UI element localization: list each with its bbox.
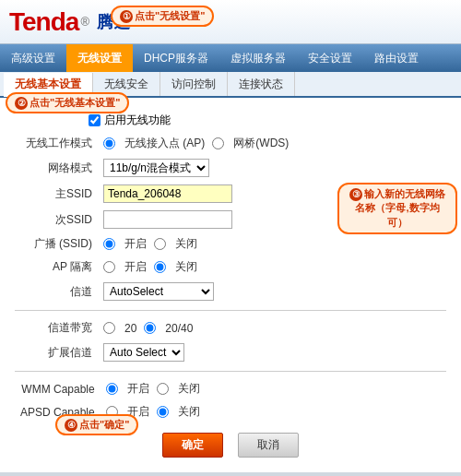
ap-isolation-on-label: 开启 <box>124 259 147 275</box>
channel-bw-20-label: 20 <box>124 322 136 335</box>
channel-bw-20-radio[interactable] <box>103 322 115 334</box>
broadcast-row: 广播 (SSID) 开启 关闭 <box>15 232 446 256</box>
ap-isolation-radio-group: 开启 关闭 <box>103 259 441 275</box>
channel-value: AutoSelect <box>98 279 446 304</box>
network-mode-row: 网络模式 11b/g/n混合模式 <box>15 155 446 181</box>
sub-nav-status[interactable]: 连接状态 <box>228 72 295 96</box>
network-mode-label: 网络模式 <box>15 155 98 181</box>
broadcast-label: 广播 (SSID) <box>15 232 98 256</box>
broadcast-on-radio[interactable] <box>103 238 115 250</box>
confirm-button[interactable]: 确定 <box>162 433 223 458</box>
ap-isolation-row: AP 隔离 开启 关闭 <box>15 256 446 279</box>
separator1 <box>15 310 446 311</box>
separator2 <box>15 371 446 372</box>
broadcast-off-label: 关闭 <box>175 236 197 252</box>
sub-ssid-label: 次SSID <box>15 207 98 232</box>
broadcast-off-radio[interactable] <box>154 238 166 250</box>
ext-channel-row: 扩展信道 Auto Select <box>15 339 446 365</box>
ssid-label: 主SSID <box>15 181 98 207</box>
work-mode-ap-label: 无线接入点 (AP) <box>124 136 205 151</box>
top-nav-virtual[interactable]: 虚拟服务器 <box>219 44 297 72</box>
ap-isolation-on-radio[interactable] <box>103 261 115 273</box>
top-nav-dhcp[interactable]: DHCP服务器 <box>133 44 219 72</box>
network-mode-value: 11b/g/n混合模式 <box>98 155 446 181</box>
ext-channel-select[interactable]: Auto Select <box>103 343 184 362</box>
ap-isolation-off-radio[interactable] <box>154 261 166 273</box>
channel-bw-2040-radio[interactable] <box>144 322 156 334</box>
channel-bw-label: 信道带宽 <box>15 316 98 339</box>
broadcast-on-label: 开启 <box>124 236 147 252</box>
wmm-radio-group: 开启 关闭 <box>106 381 441 397</box>
wmm-off-radio[interactable] <box>157 383 169 395</box>
annotation-4: ④点击"确定" <box>55 414 138 435</box>
apsd-off-label: 关闭 <box>178 404 200 420</box>
page-wrapper: Tenda ® 腾达 高级设置 无线设置 DHCP服务器 虚拟服务器 安全设置 … <box>0 0 461 476</box>
ap-isolation-value: 开启 关闭 <box>98 256 446 279</box>
header: Tenda ® 腾达 <box>0 0 461 44</box>
enable-wireless-label: 启用无线功能 <box>104 113 171 128</box>
annotation-2: ②点击"无线基本设置" <box>6 92 129 113</box>
top-nav: 高级设置 无线设置 DHCP服务器 虚拟服务器 安全设置 路由设置 <box>0 44 461 72</box>
work-mode-ap-radio[interactable] <box>103 137 115 149</box>
wmm-label: WMM Capable <box>15 377 100 400</box>
ext-channel-label: 扩展信道 <box>15 339 98 365</box>
apsd-off-radio[interactable] <box>157 406 169 418</box>
work-mode-row: 无线工作模式 无线接入点 (AP) 网桥(WDS) <box>15 132 446 155</box>
annotation-3: ③输入新的无线网络名称（字母,数字均可） <box>337 183 457 234</box>
top-nav-wireless[interactable]: 无线设置 <box>66 44 133 72</box>
apsd-value: 开启 关闭 <box>100 400 446 423</box>
work-mode-wds-radio[interactable] <box>212 137 224 149</box>
channel-row: 信道 AutoSelect <box>15 279 446 304</box>
channel-bw-value: 20 20/40 <box>98 316 446 339</box>
ext-channel-value: Auto Select <box>98 339 446 365</box>
channel-bw-2040-label: 20/40 <box>165 322 193 335</box>
sub-ssid-input[interactable] <box>103 210 232 229</box>
enable-wireless-checkbox[interactable] <box>89 114 100 126</box>
ssid-input[interactable] <box>103 184 232 203</box>
broadcast-radio-group: 开启 关闭 <box>103 236 441 252</box>
work-mode-wds-label: 网桥(WDS) <box>233 136 289 151</box>
ap-isolation-label: AP 隔离 <box>15 256 98 279</box>
channel-select[interactable]: AutoSelect <box>103 282 214 301</box>
top-nav-route[interactable]: 路由设置 <box>363 44 430 72</box>
work-mode-radio-group: 无线接入点 (AP) 网桥(WDS) <box>103 136 441 151</box>
network-mode-select[interactable]: 11b/g/n混合模式 <box>103 159 209 177</box>
broadcast-value: 开启 关闭 <box>98 232 446 256</box>
annotation-1: ①①点击"无线设置"点击"无线设置" <box>111 6 214 27</box>
settings-table2: 信道带宽 20 20/40 扩展信道 Auto Select <box>15 316 446 365</box>
wmm-row: WMM Capable 开启 关闭 <box>15 377 446 400</box>
ap-isolation-off-label: 关闭 <box>175 259 197 275</box>
cancel-button[interactable]: 取消 <box>238 433 299 458</box>
sub-nav-access[interactable]: 访问控制 <box>160 72 228 96</box>
wmm-on-label: 开启 <box>127 381 149 397</box>
apsd-radio-group: 开启 关闭 <box>106 404 441 420</box>
channel-bw-radio-group: 20 20/40 <box>103 322 441 335</box>
logo-tenda: Tenda <box>9 7 78 37</box>
wmm-value: 开启 关闭 <box>100 377 446 400</box>
wmm-off-label: 关闭 <box>178 381 200 397</box>
work-mode-value: 无线接入点 (AP) 网桥(WDS) <box>98 132 446 155</box>
top-nav-security[interactable]: 安全设置 <box>297 44 363 72</box>
wmm-on-radio[interactable] <box>106 383 118 395</box>
channel-bw-row: 信道带宽 20 20/40 <box>15 316 446 339</box>
top-nav-advanced[interactable]: 高级设置 <box>0 44 66 72</box>
channel-label: 信道 <box>15 279 98 304</box>
work-mode-label: 无线工作模式 <box>15 132 98 155</box>
